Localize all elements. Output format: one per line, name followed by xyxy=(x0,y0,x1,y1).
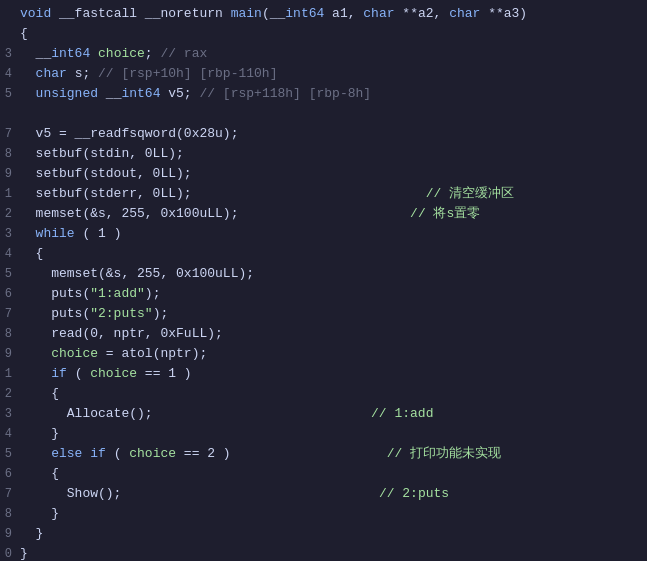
code-token: char xyxy=(36,66,67,81)
line-content: { xyxy=(20,244,647,264)
code-token: ( xyxy=(106,446,129,461)
code-token: "2:puts" xyxy=(90,306,152,321)
line-number: 8 xyxy=(0,324,20,344)
line-content: setbuf(stdout, 0LL); xyxy=(20,164,647,184)
line-number: 4 xyxy=(0,64,20,84)
line-number: 9 xyxy=(0,524,20,544)
code-line: 7 Show(); // 2:puts xyxy=(0,484,647,504)
code-token: } xyxy=(20,546,28,561)
code-token: { xyxy=(20,26,28,41)
code-line: 2 memset(&s, 255, 0x100uLL); // 将s置零 xyxy=(0,204,647,224)
code-token xyxy=(20,366,51,381)
code-token: puts( xyxy=(20,286,90,301)
code-token: void xyxy=(20,6,51,21)
code-token: // 将s置零 xyxy=(410,206,480,221)
code-token: "1:add" xyxy=(90,286,145,301)
line-content: Show(); // 2:puts xyxy=(20,484,647,504)
line-content: puts("1:add"); xyxy=(20,284,647,304)
code-token: { xyxy=(20,246,43,261)
line-number: 7 xyxy=(0,304,20,324)
code-line: void __fastcall __noreturn main(__int64 … xyxy=(0,4,647,24)
line-content: choice = atol(nptr); xyxy=(20,344,647,364)
code-token: memset(&s, 255, 0x100uLL); xyxy=(20,266,254,281)
code-token: v5 = __readfsqword(0x28u); xyxy=(20,126,238,141)
line-content: void __fastcall __noreturn main(__int64 … xyxy=(20,4,647,24)
line-number: 6 xyxy=(0,284,20,304)
code-line xyxy=(0,104,647,124)
code-token: else if xyxy=(51,446,106,461)
code-line: 8 read(0, nptr, 0xFuLL); xyxy=(0,324,647,344)
code-token: unsigned xyxy=(36,86,98,101)
code-token: setbuf(stdout, 0LL); xyxy=(20,166,192,181)
line-number: 9 xyxy=(0,344,20,364)
code-line: 5 memset(&s, 255, 0x100uLL); xyxy=(0,264,647,284)
code-token xyxy=(121,486,378,501)
code-token: = atol(nptr); xyxy=(98,346,207,361)
code-token: ); xyxy=(145,286,161,301)
line-content: __int64 choice; // rax xyxy=(20,44,647,64)
line-content: unsigned __int64 v5; // [rsp+118h] [rbp-… xyxy=(20,84,647,104)
code-line: 8 } xyxy=(0,504,647,524)
code-token: __ xyxy=(98,86,121,101)
code-token: **a2, xyxy=(395,6,450,21)
code-token: // 1:add xyxy=(371,406,433,421)
code-token: s; xyxy=(67,66,98,81)
code-line: { xyxy=(0,24,647,44)
code-token: Allocate(); xyxy=(20,406,153,421)
line-number: 8 xyxy=(0,144,20,164)
line-number: 5 xyxy=(0,264,20,284)
code-token: setbuf(stdin, 0LL); xyxy=(20,146,184,161)
code-token: **a3) xyxy=(480,6,527,21)
code-token: == 2 ) xyxy=(176,446,231,461)
code-line: 9 setbuf(stdout, 0LL); xyxy=(0,164,647,184)
code-token: int64 xyxy=(51,46,90,61)
code-token: if xyxy=(51,366,67,381)
line-number: 5 xyxy=(0,84,20,104)
line-content: } xyxy=(20,504,647,524)
code-token xyxy=(192,186,426,201)
code-token: int64 xyxy=(285,6,324,21)
code-line: 2 { xyxy=(0,384,647,404)
line-content: { xyxy=(20,384,647,404)
code-line: 3 Allocate(); // 1:add xyxy=(0,404,647,424)
code-token: // rax xyxy=(160,46,207,61)
code-token: char xyxy=(449,6,480,21)
code-token: memset(&s, 255, 0x100uLL); xyxy=(20,206,238,221)
code-token: a1, xyxy=(324,6,363,21)
line-number: 0 xyxy=(0,544,20,561)
code-token: == 1 ) xyxy=(137,366,192,381)
line-content: } xyxy=(20,544,647,561)
code-line: 3 while ( 1 ) xyxy=(0,224,647,244)
line-number: 7 xyxy=(0,124,20,144)
code-token: v5; xyxy=(160,86,199,101)
line-content: if ( choice == 1 ) xyxy=(20,364,647,384)
line-content: memset(&s, 255, 0x100uLL); xyxy=(20,264,647,284)
code-token xyxy=(238,206,410,221)
line-number: 4 xyxy=(0,424,20,444)
line-number: 2 xyxy=(0,204,20,224)
code-token: setbuf(stderr, 0LL); xyxy=(20,186,192,201)
code-token: __ xyxy=(20,46,51,61)
code-token xyxy=(20,446,51,461)
line-content: char s; // [rsp+10h] [rbp-110h] xyxy=(20,64,647,84)
code-editor: void __fastcall __noreturn main(__int64 … xyxy=(0,0,647,561)
line-content: setbuf(stdin, 0LL); xyxy=(20,144,647,164)
code-token: // [rsp+118h] [rbp-8h] xyxy=(199,86,371,101)
code-token: { xyxy=(20,466,59,481)
code-line: 7 puts("2:puts"); xyxy=(0,304,647,324)
code-token: __fastcall __noreturn xyxy=(51,6,230,21)
code-token: choice xyxy=(51,346,98,361)
code-token xyxy=(90,46,98,61)
code-line: 1 if ( choice == 1 ) xyxy=(0,364,647,384)
line-number: 1 xyxy=(0,364,20,384)
line-number: 1 xyxy=(0,184,20,204)
line-content: { xyxy=(20,464,647,484)
code-token: } xyxy=(20,526,43,541)
code-token: } xyxy=(20,426,59,441)
code-token: puts( xyxy=(20,306,90,321)
line-number: 4 xyxy=(0,244,20,264)
line-content: while ( 1 ) xyxy=(20,224,647,244)
code-token: // 打印功能未实现 xyxy=(387,446,501,461)
line-content: memset(&s, 255, 0x100uLL); // 将s置零 xyxy=(20,204,647,224)
line-number: 3 xyxy=(0,224,20,244)
